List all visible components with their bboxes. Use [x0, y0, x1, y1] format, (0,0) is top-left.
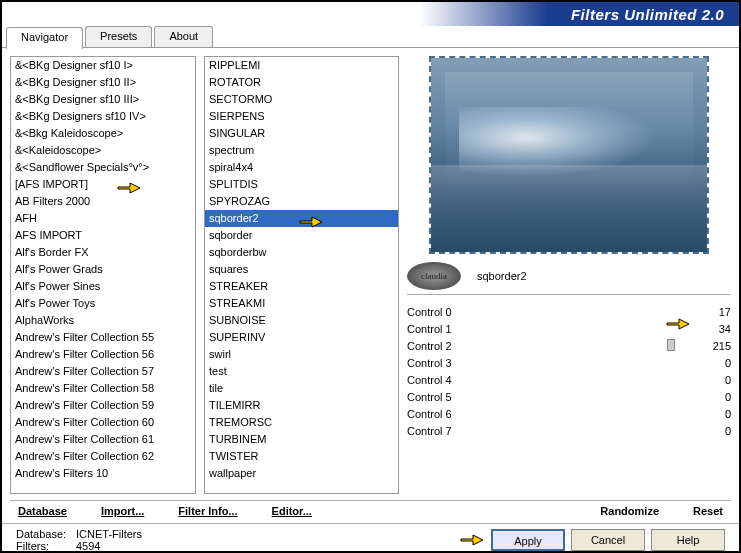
control-slider[interactable] — [487, 304, 701, 319]
filter-item[interactable]: SUBNOISE — [205, 312, 398, 329]
category-item[interactable]: AFS IMPORT — [11, 227, 195, 244]
filter-item[interactable]: SECTORMO — [205, 91, 398, 108]
category-item[interactable]: &<Kaleidoscope> — [11, 142, 195, 159]
category-item[interactable]: &<Sandflower Specials°v°> — [11, 159, 195, 176]
control-label: Control 6 — [407, 408, 487, 420]
filter-item[interactable]: test — [205, 363, 398, 380]
control-row: Control 2215 — [407, 337, 731, 354]
category-item[interactable]: AB Filters 2000 — [11, 193, 195, 210]
category-item[interactable]: Alf's Power Sines — [11, 278, 195, 295]
apply-button[interactable]: Apply — [491, 529, 565, 551]
control-slider[interactable] — [487, 338, 701, 353]
filter-info-link[interactable]: Filter Info... — [178, 505, 237, 517]
category-list[interactable]: &<BKg Designer sf10 I>&<BKg Designer sf1… — [10, 56, 196, 494]
filter-item[interactable]: STREAKER — [205, 278, 398, 295]
control-slider[interactable] — [487, 372, 701, 387]
control-label: Control 4 — [407, 374, 487, 386]
control-value: 17 — [701, 306, 731, 318]
filter-item[interactable]: STREAKMI — [205, 295, 398, 312]
control-value: 0 — [701, 374, 731, 386]
help-button[interactable]: Help — [651, 529, 725, 551]
filter-item[interactable]: TURBINEM — [205, 431, 398, 448]
control-slider[interactable] — [487, 423, 701, 438]
category-item[interactable]: Andrew's Filter Collection 56 — [11, 346, 195, 363]
filter-item[interactable]: wallpaper — [205, 465, 398, 482]
category-item[interactable]: AlphaWorks — [11, 312, 195, 329]
control-label: Control 3 — [407, 357, 487, 369]
category-item[interactable]: Alf's Power Toys — [11, 295, 195, 312]
filters-label: Filters: — [16, 540, 76, 552]
filter-item[interactable]: sqborder2 — [205, 210, 398, 227]
filter-list[interactable]: RIPPLEMIROTATORSECTORMOSIERPENSSINGULARs… — [204, 56, 399, 494]
category-item[interactable]: Andrew's Filter Collection 55 — [11, 329, 195, 346]
divider — [407, 294, 731, 295]
tab-presets[interactable]: Presets — [85, 26, 152, 47]
category-item[interactable]: &<BKg Designers sf10 IV> — [11, 108, 195, 125]
controls-panel: Control 017Control 134Control 2215Contro… — [407, 303, 731, 439]
category-item[interactable]: &<BKg Designer sf10 III> — [11, 91, 195, 108]
category-item[interactable]: Alf's Border FX — [11, 244, 195, 261]
tab-about[interactable]: About — [154, 26, 213, 47]
main-panel: &<BKg Designer sf10 I>&<BKg Designer sf1… — [2, 48, 739, 500]
tab-bar: Navigator Presets About — [2, 26, 739, 48]
category-item[interactable]: Andrew's Filter Collection 60 — [11, 414, 195, 431]
filter-item[interactable]: TWISTER — [205, 448, 398, 465]
database-value: ICNET-Filters — [76, 528, 142, 540]
category-item[interactable]: Andrew's Filters 10 — [11, 465, 195, 482]
filter-item[interactable]: tile — [205, 380, 398, 397]
category-item[interactable]: AFH — [11, 210, 195, 227]
control-row: Control 60 — [407, 405, 731, 422]
control-label: Control 7 — [407, 425, 487, 437]
control-slider[interactable] — [487, 321, 701, 336]
filter-item[interactable]: TREMORSC — [205, 414, 398, 431]
reset-link[interactable]: Reset — [693, 505, 723, 517]
database-link[interactable]: Database — [18, 505, 67, 517]
control-row: Control 50 — [407, 388, 731, 405]
control-row: Control 134 — [407, 320, 731, 337]
filter-item[interactable]: SPYROZAG — [205, 193, 398, 210]
category-item[interactable]: &<BKg Designer sf10 I> — [11, 57, 195, 74]
category-item[interactable]: Andrew's Filter Collection 57 — [11, 363, 195, 380]
category-item[interactable]: &<BKg Designer sf10 II> — [11, 74, 195, 91]
pointer-hand-icon — [459, 531, 485, 549]
category-item[interactable]: Andrew's Filter Collection 62 — [11, 448, 195, 465]
filter-item[interactable]: swirl — [205, 346, 398, 363]
filter-item[interactable]: TILEMIRR — [205, 397, 398, 414]
preview-panel: claudia sqborder2 Control 017Control 134… — [407, 56, 731, 500]
control-row: Control 017 — [407, 303, 731, 320]
filter-item[interactable]: spectrum — [205, 142, 398, 159]
control-row: Control 30 — [407, 354, 731, 371]
cancel-button[interactable]: Cancel — [571, 529, 645, 551]
filter-item[interactable]: SUPERINV — [205, 329, 398, 346]
category-item[interactable]: Alf's Power Grads — [11, 261, 195, 278]
tab-navigator[interactable]: Navigator — [6, 27, 83, 49]
category-item[interactable]: [AFS IMPORT] — [11, 176, 195, 193]
filters-value: 4594 — [76, 540, 100, 552]
filter-item[interactable]: SIERPENS — [205, 108, 398, 125]
editor-link[interactable]: Editor... — [272, 505, 312, 517]
filter-item[interactable]: squares — [205, 261, 398, 278]
filter-name-label: sqborder2 — [469, 266, 731, 286]
filter-item[interactable]: SINGULAR — [205, 125, 398, 142]
control-value: 0 — [701, 425, 731, 437]
category-item[interactable]: Andrew's Filter Collection 59 — [11, 397, 195, 414]
control-value: 0 — [701, 408, 731, 420]
control-slider[interactable] — [487, 389, 701, 404]
import-link[interactable]: Import... — [101, 505, 144, 517]
app-title: Filters Unlimited 2.0 — [571, 6, 724, 23]
filter-item[interactable]: ROTATOR — [205, 74, 398, 91]
category-item[interactable]: Andrew's Filter Collection 58 — [11, 380, 195, 397]
filter-item[interactable]: RIPPLEMI — [205, 57, 398, 74]
randomize-link[interactable]: Randomize — [600, 505, 659, 517]
control-slider[interactable] — [487, 406, 701, 421]
filter-item[interactable]: sqborder — [205, 227, 398, 244]
title-bar: Filters Unlimited 2.0 — [2, 2, 739, 26]
filter-item[interactable]: spiral4x4 — [205, 159, 398, 176]
category-item[interactable]: &<Bkg Kaleidoscope> — [11, 125, 195, 142]
category-item[interactable]: Andrew's Filter Collection 61 — [11, 431, 195, 448]
link-bar: Database Import... Filter Info... Editor… — [2, 501, 739, 521]
filter-item[interactable]: sqborderbw — [205, 244, 398, 261]
filter-item[interactable]: SPLITDIS — [205, 176, 398, 193]
control-slider[interactable] — [487, 355, 701, 370]
database-label: Database: — [16, 528, 76, 540]
